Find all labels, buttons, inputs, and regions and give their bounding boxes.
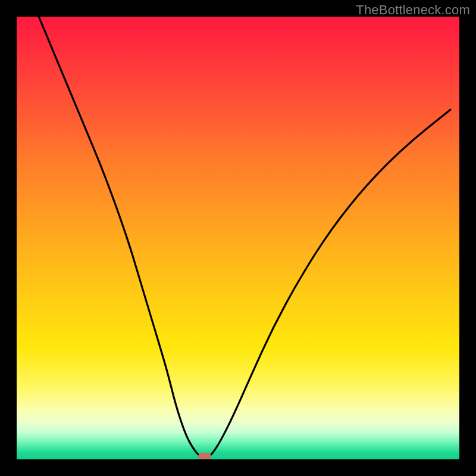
watermark-text: TheBottleneck.com: [356, 2, 470, 18]
chart-frame: TheBottleneck.com: [0, 0, 476, 476]
optimum-marker: [198, 453, 211, 459]
bottleneck-curve: [17, 17, 459, 459]
plot-area: [17, 17, 459, 459]
